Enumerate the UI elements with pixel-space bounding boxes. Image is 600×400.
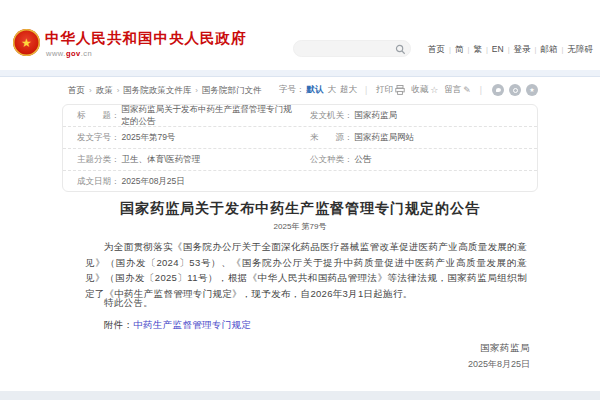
meta-row-number: 发文字号：2025年第79号 来 源：国家药监局网站 — [63, 127, 537, 149]
search-input[interactable] — [302, 42, 394, 55]
site-url: www.gov.cn — [46, 49, 92, 58]
meta-row-title: 标 题：国家药监局关于发布中药生产监督管理专门规定的公告 发文机关：国家药监局 — [63, 105, 537, 127]
star-outline-icon: ☆ — [430, 85, 438, 95]
article-signer: 国家药监局 — [85, 342, 530, 355]
top-nav: 首页简繁EN登录邮箱无障碍 — [428, 44, 593, 56]
favorite-label: 收藏 — [411, 84, 428, 96]
star-glyph: ★ — [529, 87, 534, 93]
gov-cn-page: ★ 中华人民共和国中央人民政府 www.gov.cn 首页简繁EN登录邮箱无障碍… — [0, 0, 600, 400]
breadcrumb-sep: › — [89, 86, 92, 95]
star-glyph: ★ — [21, 37, 32, 49]
meta-row-date: 成文日期：2025年08月25日 — [63, 171, 537, 192]
meta-value-title: 国家药监局关于发布中药生产监督管理专门规定的公告 — [122, 104, 297, 128]
meta-label: 公文种类： — [310, 154, 353, 166]
font-size-xlarge[interactable]: 超大 — [340, 84, 357, 96]
meta-value-agency: 国家药监局 — [355, 110, 398, 122]
attachment-line: 附件：中药生产监督管理专门规定 — [85, 319, 527, 332]
printer-icon — [395, 85, 405, 95]
breadcrumb-home[interactable]: 首页 — [68, 85, 85, 95]
url-www: www. — [46, 49, 66, 58]
article-paragraph: 为全面贯彻落实《国务院办公厅关于全面深化药品医疗器械监管改革促进医药产业高质量发… — [85, 239, 527, 301]
site-header: ★ 中华人民共和国中央人民政府 www.gov.cn 首页简繁EN登录邮箱无障碍 — [0, 0, 600, 70]
weibo-share-icon[interactable] — [509, 84, 521, 96]
favorite-button[interactable]: 收藏 ☆ — [411, 84, 438, 96]
national-emblem-logo[interactable]: ★ — [13, 29, 40, 56]
meta-value-doc-number: 2025年第79号 — [122, 132, 176, 144]
print-button[interactable]: 打印 — [376, 84, 405, 96]
article-doc-number: 2025年 第79号 — [0, 221, 600, 232]
article-sign-date: 2025年8月25日 — [85, 358, 530, 371]
breadcrumb: 首页›政策›国务院政策文件库›国务院部门文件 — [68, 85, 262, 97]
search-box — [293, 40, 411, 57]
page-toolbar: 字号： 默认 大 超大 | 打印 收藏 ☆ 留言 ✎ | ★ — [279, 84, 538, 96]
comment-label: 留言 — [444, 84, 461, 96]
meta-value-date: 2025年08月25日 — [122, 176, 185, 188]
meta-label: 来 源： — [310, 132, 353, 144]
nav-home[interactable]: 首页 — [428, 44, 445, 54]
pencil-icon: ✎ — [463, 85, 471, 95]
breadcrumb-sep: › — [117, 86, 120, 95]
meta-label: 成文日期： — [77, 176, 120, 188]
meta-value-category: 卫生、体育\医药管理 — [122, 154, 201, 166]
article-closing: 特此公告。 — [85, 297, 527, 310]
meta-label: 发文机关： — [310, 110, 353, 122]
qzone-share-icon[interactable]: ★ — [526, 84, 538, 96]
nav-accessibility[interactable]: 无障碍 — [558, 44, 593, 54]
meta-value-doc-type: 公告 — [355, 154, 372, 166]
nav-traditional[interactable]: 繁 — [463, 44, 481, 54]
attachment-label: 附件： — [104, 319, 133, 330]
footer-strip — [0, 391, 600, 400]
attachment-link[interactable]: 中药生产监督管理专门规定 — [133, 319, 251, 330]
article-body: 为全面贯彻落实《国务院办公厅关于全面深化药品医疗器械监管改革促进医药产业高质量发… — [85, 239, 527, 301]
meta-row-category: 主题分类：卫生、体育\医药管理 公文种类：公告 — [63, 149, 537, 171]
nav-mail[interactable]: 邮箱 — [531, 44, 558, 54]
url-gov: gov — [66, 49, 81, 58]
print-label: 打印 — [376, 84, 393, 96]
ring-glyph — [513, 88, 518, 93]
share-buttons: ★ — [492, 84, 538, 96]
search-icon[interactable] — [395, 44, 406, 55]
breadcrumb-policy-library[interactable]: 国务院政策文件库 — [123, 85, 191, 95]
meta-value-source: 国家药监局网站 — [355, 132, 415, 144]
breadcrumb-policy[interactable]: 政策 — [96, 85, 113, 95]
nav-login[interactable]: 登录 — [504, 44, 531, 54]
meta-label: 标 题： — [77, 110, 120, 122]
article-title: 国家药监局关于发布中药生产监督管理专门规定的公告 — [0, 200, 600, 218]
bubble-glyph — [496, 88, 501, 92]
font-size-large[interactable]: 大 — [327, 84, 336, 96]
nav-english[interactable]: EN — [482, 44, 504, 54]
breadcrumb-dept-docs: 国务院部门文件 — [202, 85, 262, 95]
meta-label: 发文字号： — [77, 132, 120, 144]
toolbar-divider: | — [365, 85, 367, 95]
breadcrumb-sep: › — [195, 86, 198, 95]
header-divider-band — [0, 70, 600, 77]
site-title: 中华人民共和国中央人民政府 — [45, 29, 247, 48]
document-meta-table: 标 题：国家药监局关于发布中药生产监督管理专门规定的公告 发文机关：国家药监局 … — [62, 104, 538, 192]
toolbar-divider: | — [480, 85, 482, 95]
wechat-share-icon[interactable] — [492, 84, 504, 96]
font-size-default[interactable]: 默认 — [306, 84, 323, 96]
nav-simplified[interactable]: 简 — [445, 44, 463, 54]
comment-button[interactable]: 留言 ✎ — [444, 84, 471, 96]
meta-label: 主题分类： — [77, 154, 120, 166]
url-cn: .cn — [81, 49, 93, 58]
font-size-label: 字号： — [279, 84, 305, 96]
